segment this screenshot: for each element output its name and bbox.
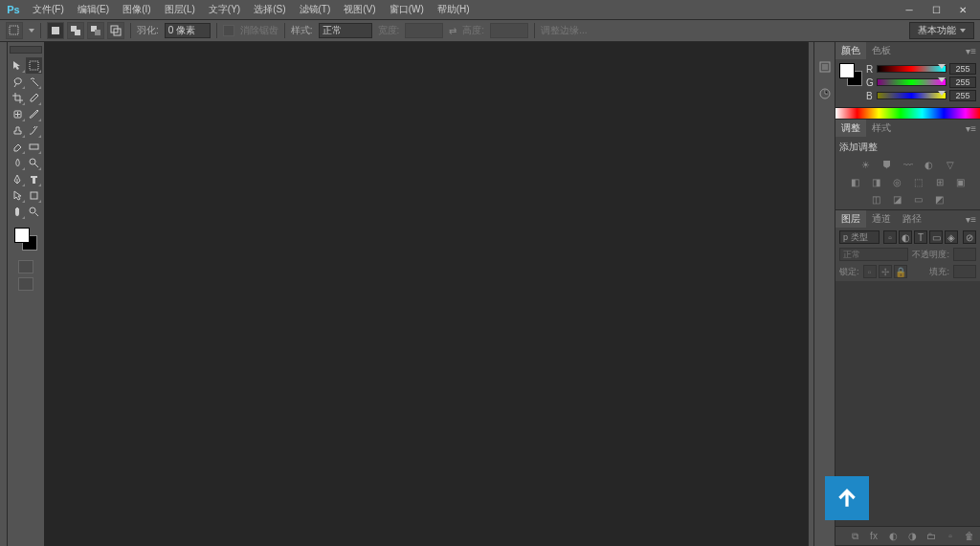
quickmask-toggle[interactable]	[18, 260, 33, 273]
history-panel-icon[interactable]	[817, 59, 833, 75]
screenmode-toggle[interactable]	[18, 277, 33, 291]
zoom-tool[interactable]	[26, 204, 42, 220]
crop-tool[interactable]	[10, 90, 26, 106]
menu-select[interactable]: 选择(S)	[248, 1, 291, 18]
mixer-icon[interactable]: ⬚	[911, 175, 926, 188]
eyedropper-tool[interactable]	[26, 90, 42, 106]
layer-mask-icon[interactable]: ◐	[886, 530, 900, 543]
selection-new-icon[interactable]	[47, 22, 64, 39]
eraser-tool[interactable]	[10, 139, 26, 155]
selection-add-icon[interactable]	[67, 22, 84, 39]
shape-tool[interactable]	[26, 187, 42, 204]
move-tool[interactable]	[10, 57, 26, 74]
bw-icon[interactable]: ◨	[869, 175, 884, 188]
adjustments-tab[interactable]: 调整	[835, 120, 866, 137]
panel-color-swatches[interactable]	[839, 63, 862, 86]
paths-tab[interactable]: 路径	[897, 210, 927, 228]
levels-icon[interactable]: ⛊	[880, 158, 895, 171]
hand-tool[interactable]	[10, 204, 26, 220]
wand-tool[interactable]	[26, 74, 42, 90]
swatches-tab[interactable]: 色板	[866, 42, 897, 59]
feather-input[interactable]: 0 像素	[165, 23, 211, 38]
b-value[interactable]: 255	[949, 90, 976, 101]
minimize-button[interactable]: ─	[896, 1, 923, 18]
menu-edit[interactable]: 编辑(E)	[72, 1, 115, 18]
delete-layer-icon[interactable]: 🗑	[963, 530, 976, 543]
marquee-tool[interactable]	[26, 57, 42, 74]
foreground-swatch[interactable]	[14, 228, 30, 243]
menu-file[interactable]: 文件(F)	[27, 1, 70, 18]
link-layers-icon[interactable]: ⧉	[848, 530, 861, 543]
blur-tool[interactable]	[10, 155, 26, 171]
heal-tool[interactable]	[10, 106, 26, 122]
filter-adjust-icon[interactable]: ◐	[899, 230, 912, 244]
properties-panel-icon[interactable]	[817, 86, 833, 101]
panel-fg-swatch[interactable]	[839, 63, 855, 78]
tools-drag-handle[interactable]	[10, 46, 42, 54]
curves-icon[interactable]: 〰	[901, 158, 916, 171]
g-slider[interactable]	[877, 78, 947, 86]
filter-type-icon[interactable]: T	[914, 230, 927, 244]
filter-shape-icon[interactable]: ▭	[929, 230, 943, 244]
color-swatches[interactable]	[12, 226, 39, 252]
menu-type[interactable]: 文字(Y)	[203, 1, 246, 18]
close-button[interactable]: ✕	[949, 1, 976, 18]
new-fill-icon[interactable]: ◑	[905, 530, 919, 543]
color-panel-menu[interactable]: ▾≡	[962, 46, 980, 56]
layers-panel-menu[interactable]: ▾≡	[962, 214, 980, 225]
menu-layer[interactable]: 图层(L)	[159, 1, 201, 18]
maximize-button[interactable]: ☐	[923, 1, 949, 18]
new-group-icon[interactable]: 🗀	[924, 530, 938, 543]
menu-view[interactable]: 视图(V)	[338, 1, 381, 18]
posterize-icon[interactable]: ◫	[869, 192, 884, 206]
history-brush-tool[interactable]	[26, 122, 42, 139]
adjust-panel-menu[interactable]: ▾≡	[962, 123, 980, 134]
menu-help[interactable]: 帮助(H)	[432, 1, 476, 18]
selective-icon[interactable]: ◩	[932, 192, 947, 206]
styles-tab[interactable]: 样式	[866, 120, 897, 137]
menu-filter[interactable]: 滤镜(T)	[294, 1, 337, 18]
gradient-tool[interactable]	[26, 139, 42, 155]
dodge-tool[interactable]	[26, 155, 42, 171]
selection-intersect-icon[interactable]	[107, 22, 124, 39]
style-select[interactable]: 正常	[319, 23, 372, 38]
b-slider[interactable]	[877, 92, 947, 99]
channels-tab[interactable]: 通道	[866, 210, 897, 228]
path-select-tool[interactable]	[10, 187, 26, 204]
layer-fx-icon[interactable]: fx	[867, 530, 880, 543]
exposure-icon[interactable]: ◐	[922, 158, 937, 171]
new-layer-icon[interactable]: ▫	[944, 530, 957, 543]
current-tool-icon[interactable]	[6, 22, 23, 39]
layer-filter-select[interactable]: p 类型	[839, 230, 880, 244]
lookup-icon[interactable]: ⊞	[932, 175, 947, 188]
color-spectrum[interactable]	[835, 107, 980, 119]
hue-icon[interactable]: ◧	[848, 175, 863, 188]
color-tab[interactable]: 颜色	[835, 42, 866, 59]
dock-strip-left[interactable]	[0, 42, 8, 546]
stamp-tool[interactable]	[10, 122, 26, 139]
r-slider[interactable]	[877, 65, 947, 73]
brightness-icon[interactable]: ☀	[858, 158, 874, 171]
layers-tab[interactable]: 图层	[835, 210, 866, 228]
selection-subtract-icon[interactable]	[87, 22, 104, 39]
workspace-switcher[interactable]: 基本功能	[909, 22, 974, 39]
tool-preset-dropdown[interactable]	[29, 29, 34, 33]
vibrance-icon[interactable]: ▽	[943, 158, 958, 171]
scroll-to-top-button[interactable]	[825, 476, 869, 520]
canvas-area[interactable]	[44, 42, 808, 546]
menu-window[interactable]: 窗口(W)	[384, 1, 430, 18]
r-value[interactable]: 255	[949, 63, 976, 75]
brush-tool[interactable]	[26, 106, 42, 122]
filter-toggle[interactable]: ⊘	[963, 230, 976, 244]
threshold-icon[interactable]: ◪	[890, 192, 905, 206]
lasso-tool[interactable]	[10, 74, 26, 90]
filter-smart-icon[interactable]: ◈	[945, 230, 958, 244]
filter-pixel-icon[interactable]: ▫	[883, 230, 897, 244]
invert-icon[interactable]: ▣	[953, 175, 969, 188]
gradient-map-icon[interactable]: ▭	[911, 192, 926, 206]
menu-image[interactable]: 图像(I)	[117, 1, 156, 18]
g-value[interactable]: 255	[949, 76, 976, 88]
photo-filter-icon[interactable]: ◎	[890, 175, 905, 188]
pen-tool[interactable]	[10, 171, 26, 187]
type-tool[interactable]	[26, 171, 42, 187]
